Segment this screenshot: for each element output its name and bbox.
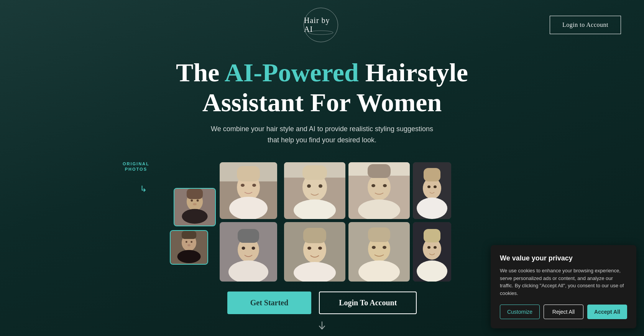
ai-photo-8 — [413, 222, 451, 282]
svg-point-46 — [252, 247, 255, 250]
ai-photo-2 — [284, 162, 345, 219]
login-account-button[interactable]: Login To Account — [319, 292, 417, 314]
ai-photo-svg-3 — [348, 162, 410, 219]
svg-point-52 — [318, 247, 322, 250]
original-photo-1 — [174, 188, 216, 226]
svg-point-19 — [241, 184, 245, 187]
ai-photo-svg-7 — [348, 222, 410, 282]
original-label: ORIGINALPHOTOS — [123, 161, 150, 172]
cookie-text: We use cookies to enhance your browsing … — [500, 267, 627, 297]
svg-point-65 — [417, 260, 447, 282]
ai-photo-1 — [220, 162, 277, 219]
svg-point-39 — [427, 185, 430, 188]
svg-rect-3 — [187, 189, 203, 199]
ai-photos-grid — [220, 160, 474, 282]
svg-point-11 — [177, 250, 200, 263]
svg-point-45 — [242, 247, 245, 250]
ai-photo-svg-2 — [284, 162, 345, 219]
svg-rect-25 — [302, 165, 327, 180]
header: Hair by AI Login to Account — [0, 0, 644, 50]
svg-point-64 — [434, 246, 437, 249]
ai-photo-7 — [348, 222, 410, 282]
cookie-banner: We value your privacy We use cookies to … — [491, 245, 636, 328]
svg-point-40 — [434, 185, 437, 188]
svg-point-58 — [383, 246, 386, 249]
cookie-buttons: Customize Reject All Accept All — [500, 305, 627, 319]
hero-title-part1: The — [176, 58, 225, 87]
ai-photo-6 — [284, 222, 345, 282]
ai-photo-svg-5 — [220, 222, 277, 282]
cookie-accept-button[interactable]: Accept All — [587, 305, 627, 319]
logo-circle: Hair by AI — [304, 8, 338, 42]
svg-point-57 — [372, 246, 376, 249]
hero-title-highlight: AI-Powered — [225, 58, 359, 87]
ai-photo-4 — [413, 162, 451, 219]
svg-point-6 — [197, 199, 199, 202]
ai-photo-svg-1 — [220, 162, 277, 219]
login-button[interactable]: Login to Account — [550, 16, 621, 34]
svg-point-7 — [193, 203, 197, 205]
svg-point-4 — [182, 209, 207, 224]
logo[interactable]: Hair by AI — [304, 8, 338, 42]
svg-point-31 — [368, 174, 391, 200]
get-started-button[interactable]: Get Started — [227, 292, 311, 314]
svg-point-63 — [427, 246, 430, 249]
svg-rect-10 — [182, 231, 196, 239]
svg-point-20 — [252, 184, 256, 187]
svg-point-14 — [187, 244, 191, 246]
original-photos-stack — [170, 188, 216, 265]
portrait-svg-2 — [171, 231, 207, 264]
svg-rect-62 — [424, 229, 440, 242]
hero-subtitle: We combine your hair style and AI to pro… — [207, 124, 437, 146]
ai-photo-3 — [348, 162, 410, 219]
down-arrow-icon — [316, 320, 328, 331]
original-photo-2 — [170, 230, 208, 265]
svg-point-21 — [229, 197, 268, 219]
ai-photo-5 — [220, 222, 277, 282]
svg-rect-44 — [238, 229, 259, 243]
svg-rect-56 — [368, 227, 390, 242]
ai-photo-svg-6 — [284, 222, 345, 282]
svg-rect-38 — [424, 168, 440, 181]
hero-section: The AI-Powered HairstyleAssistant For Wo… — [0, 50, 644, 146]
arrow-icon: ↳ — [140, 184, 147, 194]
svg-point-34 — [383, 184, 387, 187]
svg-point-5 — [191, 199, 193, 202]
logo-decoration — [307, 30, 334, 35]
svg-point-33 — [371, 184, 375, 187]
svg-point-41 — [417, 198, 447, 219]
svg-point-27 — [319, 184, 322, 188]
cookie-customize-button[interactable]: Customize — [500, 305, 540, 319]
svg-rect-50 — [303, 228, 326, 243]
svg-point-51 — [307, 247, 311, 250]
svg-point-26 — [307, 184, 311, 188]
ai-photo-svg-4 — [413, 162, 451, 219]
svg-rect-32 — [368, 164, 391, 178]
cookie-reject-button[interactable]: Reject All — [544, 305, 583, 319]
portrait-svg-1 — [174, 189, 215, 226]
svg-point-12 — [186, 241, 187, 243]
hero-title: The AI-Powered HairstyleAssistant For Wo… — [23, 58, 621, 117]
svg-point-13 — [191, 241, 192, 243]
cookie-title: We value your privacy — [500, 254, 627, 262]
svg-rect-18 — [237, 166, 260, 181]
ai-photo-svg-8 — [413, 222, 451, 282]
svg-point-0 — [309, 31, 333, 35]
